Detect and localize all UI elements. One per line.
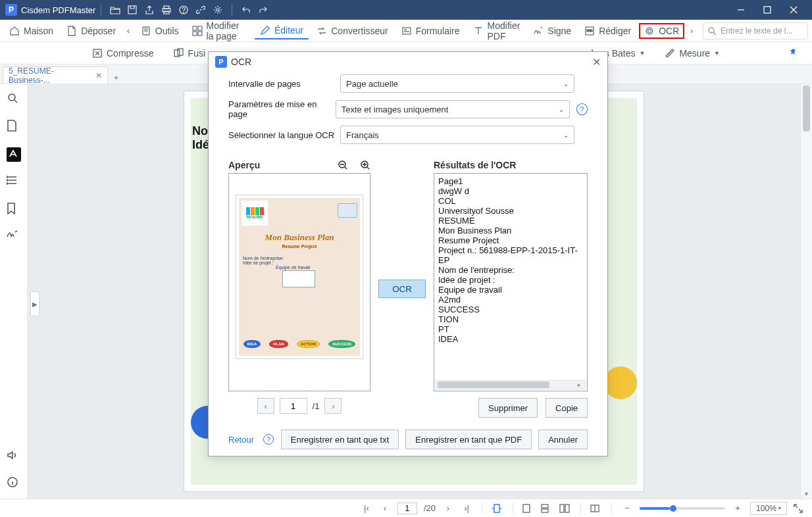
svg-rect-9 [193, 26, 197, 30]
redact-icon [584, 26, 595, 36]
copy-button[interactable]: Copie [546, 398, 588, 418]
svg-rect-7 [764, 7, 771, 13]
preview-page-input[interactable] [280, 398, 307, 414]
tab-editor-label: Éditeur [274, 25, 303, 36]
view-facing-icon[interactable] [559, 504, 571, 513]
prev-page-button[interactable]: ‹ [379, 503, 391, 513]
left-rail [0, 84, 28, 499]
tab-editor[interactable]: Éditeur [255, 22, 309, 39]
rail-search-icon[interactable] [7, 92, 21, 107]
undo-icon[interactable] [239, 3, 253, 17]
svg-rect-27 [523, 505, 530, 512]
cancel-button[interactable]: Annuler [538, 430, 588, 449]
zoom-select[interactable]: 100%▾ [750, 502, 787, 515]
tab-form[interactable]: Formulaire [396, 23, 465, 39]
window-minimize[interactable] [728, 0, 754, 20]
preview-page-total: /1 [313, 401, 320, 411]
tab-file-label: Déposer [81, 26, 116, 36]
view-single-icon[interactable] [522, 504, 534, 513]
rail-signature-icon[interactable] [7, 230, 21, 245]
close-tab-icon[interactable]: ✕ [95, 71, 102, 80]
grid-icon [192, 26, 203, 36]
ocr-dialog: P OCR ✕ Intervalle de pages Page actuell… [208, 51, 608, 456]
panel-expand-button[interactable]: ▶ [30, 291, 39, 316]
rail-sound-icon[interactable] [7, 450, 21, 464]
tabs-scroll-right[interactable]: › [687, 26, 696, 36]
search-placeholder: Entrez le texte de l... [721, 26, 792, 36]
rail-info-icon[interactable] [7, 476, 21, 491]
preview-zoom-in[interactable] [360, 160, 370, 170]
tab-redact[interactable]: Rédiger [579, 23, 636, 39]
preview-next-page[interactable]: › [324, 398, 342, 414]
fit-width-icon[interactable] [492, 504, 503, 513]
back-link[interactable]: Retour? [228, 434, 274, 445]
select-page-range[interactable]: Page actuelle⌄ [340, 74, 574, 93]
rail-page-icon[interactable] [7, 120, 21, 134]
tabs-scroll-left[interactable]: ‹ [124, 26, 133, 36]
rail-text-icon[interactable] [7, 147, 21, 162]
scrollbar-thumb[interactable] [803, 86, 810, 132]
view-read-icon[interactable] [590, 504, 602, 513]
dialog-close-button[interactable]: ✕ [592, 56, 601, 68]
preview-zoom-out[interactable] [338, 160, 348, 170]
tool-measure-label: Mesure [679, 48, 710, 59]
tool-compress-label: Compresse [107, 48, 154, 59]
save-icon[interactable] [125, 3, 140, 17]
tab-converter[interactable]: Convertisseur [311, 23, 393, 39]
document-tab[interactable]: 5_RESUME-Business-... ✕ [3, 66, 108, 84]
settings-icon[interactable] [211, 3, 225, 17]
select-layout[interactable]: Texte et images uniquement⌄ [336, 100, 570, 118]
share-icon[interactable] [142, 3, 157, 17]
tab-form-label: Formulaire [416, 26, 460, 36]
back-help-icon[interactable]: ? [263, 434, 274, 445]
view-continuous-icon[interactable] [541, 504, 553, 513]
tab-home[interactable]: Maison [4, 23, 59, 39]
form-icon [401, 26, 412, 36]
home-icon [9, 26, 20, 36]
save-pdf-button[interactable]: Enregistrer en tant que PDF [405, 430, 532, 449]
page-number-input[interactable] [397, 503, 417, 514]
tab-tools[interactable]: Outils [136, 23, 184, 39]
zoom-slider[interactable] [640, 507, 725, 510]
vertical-scrollbar[interactable]: ▾ [800, 84, 812, 499]
last-page-button[interactable]: ›| [461, 503, 472, 513]
next-page-button[interactable]: › [442, 503, 454, 513]
preview-prev-page[interactable]: ‹ [257, 398, 274, 414]
select-language[interactable]: Français⌄ [340, 126, 574, 144]
search-input[interactable]: Entrez le texte de l... [703, 22, 808, 39]
rail-bookmark-icon[interactable] [7, 203, 21, 217]
tab-ocr[interactable]: OCR [639, 23, 684, 39]
redo-icon[interactable] [256, 3, 270, 17]
tool-measure[interactable]: Mesure▼ [665, 48, 720, 59]
window-maximize[interactable] [754, 0, 780, 20]
tab-file[interactable]: Déposer [61, 23, 121, 39]
results-horizontal-scrollbar[interactable]: ▸ [436, 380, 586, 389]
tab-converter-label: Convertisseur [331, 26, 388, 36]
link-icon[interactable] [193, 3, 208, 17]
fullscreen-button[interactable] [794, 504, 805, 513]
tab-edit-pdf[interactable]: Modifier PDF [468, 18, 526, 44]
tool-compress[interactable]: Compresse [92, 48, 154, 59]
new-tab-button[interactable]: ＋ [108, 72, 124, 84]
window-close[interactable] [780, 0, 807, 20]
preview-heading: Aperçu [228, 160, 370, 170]
delete-button[interactable]: Supprimer [478, 398, 538, 418]
zoom-in-button[interactable]: + [732, 503, 744, 513]
help-icon[interactable] [176, 3, 191, 17]
ocr-results-textarea[interactable]: Page1dwgW dCOLUniversityof SousseRESUMEM… [434, 173, 588, 391]
save-txt-button[interactable]: Enregistrer en tant que txt [281, 430, 399, 449]
tab-edit-page[interactable]: Modifier la page [187, 18, 252, 44]
run-ocr-button[interactable]: OCR [378, 280, 426, 298]
rail-outline-icon[interactable] [7, 175, 21, 189]
tab-sign[interactable]: Signe [528, 23, 576, 39]
tool-merge[interactable]: Fusi [174, 48, 205, 59]
help-layout-button[interactable]: ? [576, 103, 588, 115]
first-page-button[interactable]: |‹ [361, 503, 372, 513]
zoom-out-button[interactable]: − [621, 503, 633, 513]
print-icon[interactable] [159, 3, 174, 17]
ruler-icon [665, 48, 675, 59]
pin-icon[interactable] [788, 48, 799, 59]
open-icon[interactable] [108, 3, 122, 17]
scrollbar-down-icon[interactable]: ▾ [801, 490, 812, 497]
results-heading: Résultats de l'OCR [434, 160, 588, 170]
